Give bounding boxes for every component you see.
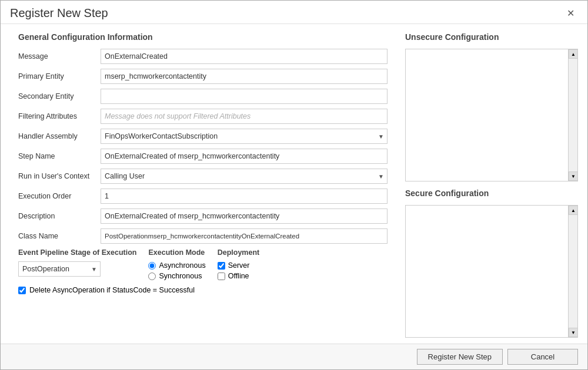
secure-scroll-up-icon[interactable]: ▲ bbox=[569, 206, 578, 215]
secondary-entity-row: Secondary Entity bbox=[18, 89, 387, 104]
unsecure-config-textarea[interactable] bbox=[406, 49, 568, 181]
left-panel: General Configuration Information Messag… bbox=[1, 24, 399, 344]
run-in-context-row: Run in User's Context Calling User ▼ bbox=[18, 169, 387, 184]
pipeline-stage-label: Event Pipeline Stage of Execution bbox=[18, 248, 136, 257]
secure-config-box[interactable]: ▲ ▼ bbox=[405, 205, 578, 338]
primary-entity-row: Primary Entity bbox=[18, 69, 387, 84]
footer: Register New Step Cancel bbox=[1, 344, 587, 369]
exec-mode-section: Execution Mode Asynchronous Synchronous bbox=[148, 248, 205, 280]
secure-config-section: Secure Configuration ▲ ▼ bbox=[405, 189, 578, 338]
filtering-attributes-row: Filtering Attributes bbox=[18, 109, 387, 124]
register-button[interactable]: Register New Step bbox=[417, 349, 503, 365]
secure-config-title: Secure Configuration bbox=[405, 189, 578, 198]
offline-label: Offline bbox=[228, 272, 249, 280]
description-row: Description bbox=[18, 208, 387, 224]
dialog: Register New Step ✕ General Configuratio… bbox=[0, 0, 588, 370]
delete-async-checkbox[interactable] bbox=[18, 287, 26, 294]
run-in-context-select-wrapper: Calling User ▼ bbox=[101, 169, 387, 184]
unsecure-config-title: Unsecure Configuration bbox=[405, 32, 578, 42]
secure-config-textarea[interactable] bbox=[406, 206, 568, 337]
primary-entity-label: Primary Entity bbox=[18, 72, 101, 80]
secure-scrollbar: ▲ ▼ bbox=[568, 206, 577, 337]
step-name-input[interactable] bbox=[101, 149, 387, 164]
offline-check-row: Offline bbox=[218, 272, 260, 280]
close-button[interactable]: ✕ bbox=[563, 6, 578, 20]
description-label: Description bbox=[18, 212, 101, 220]
message-input[interactable] bbox=[101, 49, 387, 64]
secure-scroll-down-icon[interactable]: ▼ bbox=[569, 328, 578, 337]
deployment-label: Deployment bbox=[218, 248, 260, 257]
bottom-section: Event Pipeline Stage of Execution PostOp… bbox=[18, 248, 387, 280]
class-name-label: Class Name bbox=[18, 232, 101, 240]
unsecure-config-box[interactable]: ▲ ▼ bbox=[405, 49, 578, 181]
run-in-context-select[interactable]: Calling User bbox=[101, 169, 387, 184]
unsecure-scrollbar: ▲ ▼ bbox=[568, 49, 577, 181]
server-check-row: Server bbox=[218, 261, 260, 270]
synchronous-radio[interactable] bbox=[148, 273, 156, 280]
deployment-section: Deployment Server Offline bbox=[218, 248, 260, 280]
class-name-input[interactable] bbox=[101, 228, 387, 244]
handler-assembly-row: Handler Assembly FinOpsWorkerContactSubs… bbox=[18, 129, 387, 144]
execution-order-label: Execution Order bbox=[18, 192, 101, 200]
cancel-button[interactable]: Cancel bbox=[507, 349, 578, 365]
filtering-attributes-input[interactable] bbox=[101, 109, 387, 124]
dialog-title: Register New Step bbox=[10, 6, 108, 20]
server-checkbox[interactable] bbox=[218, 262, 225, 270]
run-in-context-label: Run in User's Context bbox=[18, 172, 101, 180]
unsecure-scroll-up-icon[interactable]: ▲ bbox=[569, 49, 578, 59]
pipeline-stage-section: Event Pipeline Stage of Execution PostOp… bbox=[18, 248, 136, 277]
title-bar: Register New Step ✕ bbox=[1, 1, 587, 24]
sync-radio-row: Synchronous bbox=[148, 272, 205, 280]
handler-assembly-select-wrapper: FinOpsWorkerContactSubscription ▼ bbox=[101, 129, 387, 144]
right-panel: Unsecure Configuration ▲ ▼ Secure Config… bbox=[399, 24, 587, 344]
execution-order-input[interactable] bbox=[101, 189, 387, 204]
exec-mode-label: Execution Mode bbox=[148, 248, 205, 257]
primary-entity-input[interactable] bbox=[101, 69, 387, 84]
unsecure-scroll-down-icon[interactable]: ▼ bbox=[569, 171, 578, 181]
asynchronous-radio[interactable] bbox=[148, 262, 156, 270]
step-name-label: Step Name bbox=[18, 152, 101, 160]
pipeline-select-wrapper: PostOperation PreValidation PreOperation… bbox=[18, 261, 101, 277]
content-area: General Configuration Information Messag… bbox=[1, 24, 587, 344]
execution-order-row: Execution Order bbox=[18, 189, 387, 204]
delete-async-label: Delete AsyncOperation if StatusCode = Su… bbox=[29, 286, 195, 294]
secondary-entity-input[interactable] bbox=[101, 89, 387, 104]
description-input[interactable] bbox=[101, 208, 387, 224]
filtering-attributes-label: Filtering Attributes bbox=[18, 112, 101, 120]
handler-assembly-select[interactable]: FinOpsWorkerContactSubscription bbox=[101, 129, 387, 144]
left-section-title: General Configuration Information bbox=[18, 32, 387, 42]
handler-assembly-label: Handler Assembly bbox=[18, 132, 101, 140]
class-name-row: Class Name bbox=[18, 228, 387, 244]
pipeline-stage-select[interactable]: PostOperation PreValidation PreOperation bbox=[18, 261, 101, 277]
async-radio-row: Asynchronous bbox=[148, 261, 205, 270]
secondary-entity-label: Secondary Entity bbox=[18, 92, 101, 100]
asynchronous-label: Asynchronous bbox=[159, 261, 205, 270]
server-label: Server bbox=[228, 261, 250, 270]
offline-checkbox[interactable] bbox=[218, 273, 225, 280]
delete-row: Delete AsyncOperation if StatusCode = Su… bbox=[18, 286, 387, 294]
message-row: Message bbox=[18, 49, 387, 64]
unsecure-config-section: Unsecure Configuration ▲ ▼ bbox=[405, 32, 578, 181]
synchronous-label: Synchronous bbox=[159, 272, 202, 280]
message-label: Message bbox=[18, 52, 101, 60]
step-name-row: Step Name bbox=[18, 149, 387, 164]
